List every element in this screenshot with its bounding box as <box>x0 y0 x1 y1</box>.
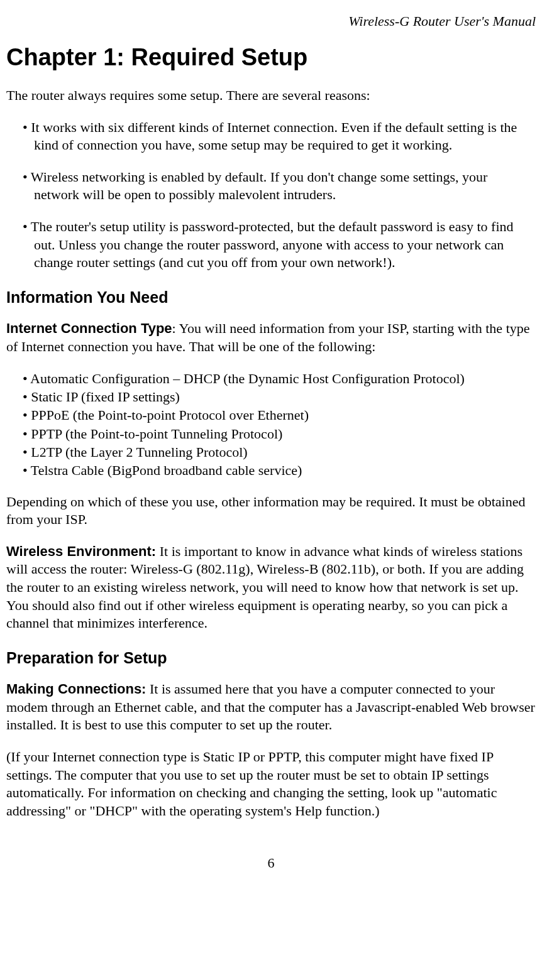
reason-item: • The router's setup utility is password… <box>6 218 536 272</box>
connection-type-item: • PPPoE (the Point-to-point Protocol ove… <box>6 406 536 424</box>
page-number: 6 <box>6 854 536 873</box>
parenthetical-note: (If your Internet connection type is Sta… <box>6 748 536 820</box>
making-connections-paragraph: Making Connections: It is assumed here t… <box>6 680 536 734</box>
connection-type-item: • L2TP (the Layer 2 Tunneling Protocol) <box>6 443 536 461</box>
section-heading-preparation: Preparation for Setup <box>6 648 536 668</box>
reason-text: The router's setup utility is password-p… <box>31 219 514 270</box>
connection-type-item: • Static IP (fixed IP settings) <box>6 388 536 406</box>
wireless-environment-label: Wireless Environment: <box>6 543 156 559</box>
intro-paragraph: The router always requires some setup. T… <box>6 87 536 105</box>
wireless-environment-paragraph: Wireless Environment: It is important to… <box>6 543 536 633</box>
connection-type-text: PPPoE (the Point-to-point Protocol over … <box>31 407 309 423</box>
reasons-list: • It works with six different kinds of I… <box>6 119 536 272</box>
connection-type-item: • Telstra Cable (BigPond broadband cable… <box>6 461 536 479</box>
connection-type-item: • PPTP (the Point-to-point Tunneling Pro… <box>6 425 536 443</box>
connection-types-after: Depending on which of these you use, oth… <box>6 493 536 529</box>
reason-item: • It works with six different kinds of I… <box>6 119 536 155</box>
chapter-title: Chapter 1: Required Setup <box>6 42 536 73</box>
connection-type-text: Automatic Configuration – DHCP (the Dyna… <box>30 371 465 386</box>
connection-type-item: • Automatic Configuration – DHCP (the Dy… <box>6 369 536 388</box>
connection-type-text: Static IP (fixed IP settings) <box>31 389 180 405</box>
connection-type-text: Telstra Cable (BigPond broadband cable s… <box>31 462 302 478</box>
internet-connection-paragraph: Internet Connection Type: You will need … <box>6 320 536 356</box>
document-header: Wireless-G Router User's Manual <box>6 13 536 31</box>
internet-connection-label: Internet Connection Type <box>6 320 172 336</box>
reason-item: • Wireless networking is enabled by defa… <box>6 168 536 204</box>
reason-text: It works with six different kinds of Int… <box>31 119 517 153</box>
connection-type-text: L2TP (the Layer 2 Tunneling Protocol) <box>31 444 247 460</box>
making-connections-label: Making Connections: <box>6 681 146 697</box>
reason-text: Wireless networking is enabled by defaul… <box>31 169 487 203</box>
connection-types-list: • Automatic Configuration – DHCP (the Dy… <box>6 369 536 479</box>
section-heading-information: Information You Need <box>6 287 536 308</box>
connection-type-text: PPTP (the Point-to-point Tunneling Proto… <box>31 426 282 442</box>
